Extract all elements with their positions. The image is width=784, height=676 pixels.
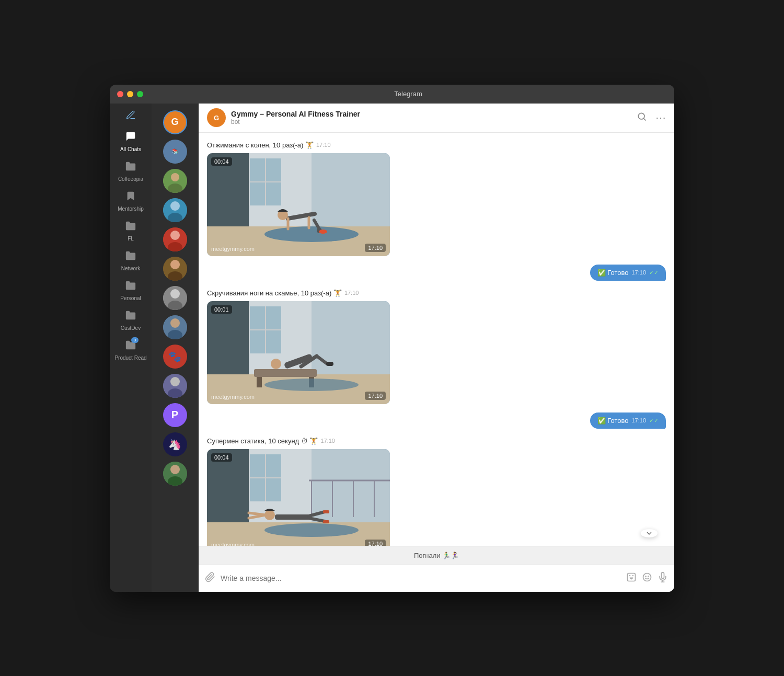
svg-rect-48 [254,369,317,377]
app-window: Telegram All Chats [110,85,674,592]
folder-icon [125,161,136,172]
close-button[interactable] [117,91,123,97]
sidebar-label-network: Network [121,266,141,271]
video-watermark-3: meetgymmy.com [211,394,255,400]
svg-point-19 [170,377,180,386]
folder-icon-personal [125,280,136,294]
compose-button[interactable] [125,110,136,122]
bookmark-icon [125,190,136,202]
avatar-silhouette-6 [163,315,187,339]
avatar-silhouette-2 [163,198,187,222]
app-body: All Chats Coffeeopia Mentorship [110,104,674,592]
message-group-4: ✅ Готово 17:10 ✓✓ [590,413,666,429]
sidebar-label-all-chats: All Chats [120,146,141,152]
double-check-2: ✓✓ [649,417,659,424]
folder-icon-network [125,250,136,264]
svg-point-53 [271,359,281,369]
msg-text-3: Скручивания ноги на скамье, 10 раз(-а) 🏋 [207,289,342,297]
folder-icon-3 [125,250,136,261]
folder-icon-custdev [125,310,136,324]
chat-avatar-5[interactable] [163,257,187,281]
messages-area[interactable]: Отжимания с колен, 10 раз(-а) 🏋 17:10 [199,133,674,546]
sidebar-item-personal[interactable]: Personal [110,276,152,305]
chat-bot-sub: bot [231,118,637,125]
video-duration-3: 00:01 [211,305,232,314]
chat-avatar-2[interactable] [163,169,187,193]
sticker-button[interactable] [626,572,637,585]
video-thumb-1[interactable]: 00:04 17:10 meetgymmy.com [207,153,390,256]
more-options-button[interactable]: ⋯ [655,111,666,124]
search-icon [637,111,647,122]
sidebar-item-product-read[interactable]: 3 Product Read [110,335,152,365]
msg-text-1: Отжимания с колен, 10 раз(-а) 🏋 [207,141,314,149]
chat-main: G Gymmy – Personal AI Fitness Trainer bo… [199,104,674,592]
svg-rect-70 [275,514,312,520]
svg-point-10 [170,260,180,269]
sidebar-item-all-chats[interactable]: All Chats [110,127,152,156]
chat-avatar-4[interactable] [163,227,187,251]
sidebar-item-network[interactable]: Network [110,246,152,276]
chat-avatar-9[interactable] [163,374,187,398]
sidebar-item-mentorship[interactable]: Mentorship [110,186,152,216]
avatar-silhouette-4 [163,257,187,281]
bot-avatar-initials: G [214,114,219,122]
chat-avatar-1[interactable]: 📚 [163,140,187,164]
svg-point-1 [171,173,179,181]
video-thumb-5[interactable]: 00:04 17:10 meetgymmy.com [207,449,390,546]
chat-bot-avatar: G [207,108,226,127]
scroll-down-button[interactable] [641,529,658,537]
video-ts-3: 17:10 [365,392,386,400]
video-ts-1: 17:10 [365,244,386,252]
folder-icon-5 [125,310,136,321]
svg-rect-49 [257,377,262,387]
msg-time-1: 17:10 [316,142,331,148]
paperclip-icon [205,572,215,582]
video-watermark-1: meetgymmy.com [211,246,255,252]
video-ts-5: 17:10 [365,540,386,546]
msg-time-3: 17:10 [344,290,359,296]
svg-rect-78 [628,574,636,581]
svg-point-4 [170,201,180,211]
msg-label-3: Скручивания ноги на скамье, 10 раз(-а) 🏋… [207,289,390,297]
chat-avatar-7[interactable] [163,315,187,339]
titlebar: Telegram [110,85,674,104]
superman-scene [207,449,390,546]
folder-icon-coffeeopia [125,161,136,175]
svg-rect-56 [326,362,333,366]
message-input[interactable] [221,574,621,582]
svg-line-25 [644,119,646,121]
chat-input-area [199,565,674,592]
chat-header-info: Gymmy – Personal AI Fitness Trainer bot [231,110,637,125]
maximize-button[interactable] [137,91,143,97]
search-button[interactable] [637,111,647,124]
product-read-badge: 3 [131,337,139,343]
sidebar-item-coffeeopia[interactable]: Coffeeopia [110,156,152,186]
outgoing-time-1: 17:10 [631,269,646,276]
folder-icon-product-read [125,341,136,353]
svg-point-80 [632,575,634,577]
video-inner-1: 00:04 17:10 meetgymmy.com [207,153,390,256]
video-inner-5: 00:04 17:10 meetgymmy.com [207,449,390,546]
chat-avatar-3[interactable] [163,198,187,222]
sidebar-item-fl[interactable]: FL [110,216,152,246]
video-thumb-3[interactable]: 00:01 17:10 meetgymmy.com [207,301,390,404]
sidebar-label-personal: Personal [120,295,141,301]
message-group-2: ✅ Готово 17:10 ✓✓ [590,265,666,281]
outgoing-text-1: ✅ Готово [597,269,629,277]
chat-avatar-12[interactable] [163,462,187,486]
avatar-silhouette-1 [163,169,187,193]
sidebar-label-custdev: CustDev [121,325,141,331]
svg-point-7 [170,231,180,240]
attach-button[interactable] [205,572,215,585]
svg-rect-77 [323,520,329,523]
sidebar-label-product-read: Product Read [114,355,146,361]
chat-avatar-gymmy[interactable]: G [163,110,187,134]
chat-avatar-8[interactable]: 🐾 [163,345,187,369]
chat-avatar-11[interactable]: 🦄 [163,432,187,456]
chat-avatar-10[interactable]: P [163,403,187,427]
minimize-button[interactable] [127,91,133,97]
emoji-button[interactable] [642,572,652,585]
chat-avatar-6[interactable] [163,286,187,310]
sidebar-item-custdev[interactable]: CustDev [110,305,152,335]
voice-button[interactable] [658,572,668,585]
